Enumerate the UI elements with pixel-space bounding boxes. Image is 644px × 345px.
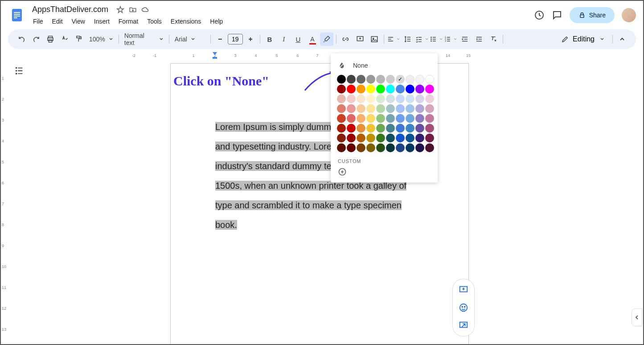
color-swatch[interactable] [376, 124, 385, 133]
bulleted-list-button[interactable] [430, 32, 443, 46]
add-comment-side-button[interactable] [456, 283, 471, 297]
history-icon[interactable] [534, 10, 545, 20]
color-swatch[interactable] [415, 94, 424, 103]
move-icon[interactable] [129, 6, 136, 13]
redo-button[interactable] [29, 32, 43, 46]
color-swatch[interactable] [386, 104, 395, 113]
color-swatch[interactable] [366, 124, 375, 133]
line-spacing-button[interactable] [401, 32, 414, 46]
color-swatch[interactable] [415, 75, 424, 84]
color-swatch[interactable] [347, 104, 356, 113]
menu-edit[interactable]: Edit [49, 16, 66, 27]
clear-formatting-button[interactable] [487, 32, 500, 46]
color-swatch[interactable] [425, 114, 434, 123]
color-swatch[interactable] [366, 104, 375, 113]
color-swatch[interactable] [406, 94, 414, 103]
color-swatch[interactable] [337, 143, 346, 152]
highlight-none-option[interactable]: None [331, 58, 438, 73]
decrease-indent-button[interactable] [458, 32, 472, 46]
numbered-list-button[interactable]: 123 [444, 32, 457, 46]
color-swatch[interactable] [425, 94, 434, 103]
increase-indent-button[interactable] [472, 32, 486, 46]
color-swatch[interactable] [376, 114, 385, 123]
menu-view[interactable]: View [68, 16, 89, 27]
color-swatch[interactable] [376, 85, 385, 93]
color-swatch[interactable] [396, 85, 405, 93]
color-swatch[interactable] [386, 143, 395, 152]
color-swatch[interactable] [406, 124, 414, 133]
color-swatch[interactable] [415, 134, 424, 142]
color-swatch[interactable] [366, 134, 375, 142]
color-swatch[interactable] [425, 85, 434, 93]
color-swatch[interactable] [396, 134, 405, 142]
color-swatch[interactable] [386, 134, 395, 142]
color-swatch[interactable] [337, 104, 346, 113]
color-swatch[interactable] [406, 114, 414, 123]
color-swatch[interactable] [366, 94, 375, 103]
cloud-icon[interactable] [141, 6, 148, 13]
star-icon[interactable] [116, 6, 123, 13]
color-swatch[interactable] [376, 94, 385, 103]
color-swatch[interactable] [425, 75, 434, 84]
color-swatch[interactable] [386, 114, 395, 123]
color-swatch[interactable] [415, 124, 424, 133]
undo-button[interactable] [15, 32, 29, 46]
color-swatch[interactable] [337, 75, 346, 84]
share-button[interactable]: Share [570, 7, 615, 23]
zoom-select[interactable]: 100% [86, 34, 116, 45]
text-color-button[interactable]: A [306, 32, 319, 46]
color-swatch[interactable] [415, 85, 424, 93]
color-swatch[interactable] [406, 134, 414, 142]
add-custom-color-button[interactable] [331, 166, 438, 178]
menu-extensions[interactable]: Extensions [167, 16, 205, 27]
spellcheck-button[interactable] [58, 32, 71, 46]
color-swatch[interactable] [415, 143, 424, 152]
color-swatch[interactable] [366, 114, 375, 123]
color-swatch[interactable] [425, 104, 434, 113]
color-swatch[interactable] [347, 143, 356, 152]
doc-title[interactable]: AppsThatDeliver.com [29, 4, 111, 15]
color-swatch[interactable] [357, 75, 365, 84]
menu-format[interactable]: Format [115, 16, 142, 27]
insert-link-button[interactable] [339, 32, 353, 46]
color-swatch[interactable] [337, 94, 346, 103]
color-swatch[interactable] [396, 94, 405, 103]
suggest-edits-button[interactable] [456, 318, 471, 333]
menu-tools[interactable]: Tools [144, 16, 165, 27]
color-swatch[interactable] [357, 134, 365, 142]
color-swatch[interactable] [357, 94, 365, 103]
font-size-input[interactable] [228, 34, 243, 45]
color-swatch[interactable] [406, 85, 414, 93]
color-swatch[interactable] [415, 114, 424, 123]
color-swatch[interactable] [415, 104, 424, 113]
comment-icon[interactable] [552, 10, 562, 20]
color-swatch[interactable] [396, 75, 405, 84]
bold-button[interactable]: B [263, 32, 276, 46]
expand-side-panel-button[interactable] [632, 308, 642, 326]
editing-mode-button[interactable]: Editing [556, 33, 610, 45]
underline-button[interactable]: U [291, 32, 305, 46]
color-swatch[interactable] [347, 124, 356, 133]
color-swatch[interactable] [347, 85, 356, 93]
color-swatch[interactable] [386, 94, 395, 103]
color-swatch[interactable] [406, 143, 414, 152]
color-swatch[interactable] [366, 75, 375, 84]
color-swatch[interactable] [357, 143, 365, 152]
color-swatch[interactable] [376, 104, 385, 113]
color-swatch[interactable] [396, 104, 405, 113]
avatar[interactable] [622, 8, 636, 22]
add-comment-button[interactable] [353, 32, 367, 46]
color-swatch[interactable] [376, 75, 385, 84]
color-swatch[interactable] [386, 85, 395, 93]
color-swatch[interactable] [366, 85, 375, 93]
paragraph-style-select[interactable]: Normal text [122, 30, 166, 48]
color-swatch[interactable] [406, 75, 414, 84]
menu-insert[interactable]: Insert [90, 16, 113, 27]
color-swatch[interactable] [357, 114, 365, 123]
color-swatch[interactable] [357, 124, 365, 133]
print-button[interactable] [44, 32, 57, 46]
color-swatch[interactable] [396, 114, 405, 123]
collapse-toolbar-button[interactable] [615, 32, 629, 46]
decrease-font-button[interactable] [213, 32, 227, 46]
color-swatch[interactable] [366, 143, 375, 152]
